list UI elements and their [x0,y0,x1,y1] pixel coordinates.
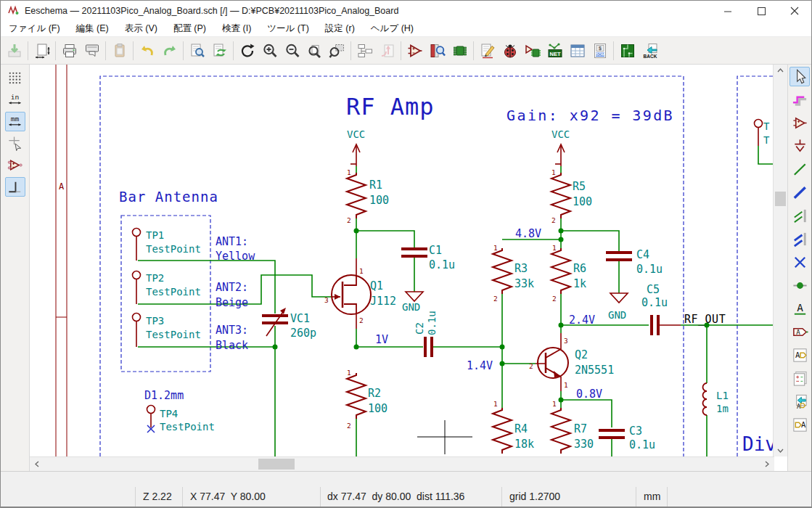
print-button[interactable] [58,39,81,62]
scroll-left-arrow[interactable] [31,458,43,470]
schematic-canvas[interactable]: A [30,65,774,456]
vertical-scrollbar[interactable] [773,65,787,456]
gnd-symbol-2[interactable] [610,293,628,303]
scroll-up-arrow[interactable] [774,65,786,76]
footprint-editor-button[interactable] [448,39,471,62]
import-sheet-pin-button[interactable]: A [790,392,810,411]
vertical-scroll-thumb[interactable] [775,192,786,206]
global-label-button[interactable]: A [790,322,810,342]
scroll-right-arrow[interactable] [761,458,773,470]
find-button[interactable] [186,39,208,62]
print-icon [61,42,78,60]
place-wire-button[interactable] [790,160,810,179]
select-tool-button[interactable] [790,67,810,86]
resistor-r2[interactable] [347,373,366,419]
vcc-symbol-1[interactable] [350,144,360,166]
svg-text:1: 1 [493,400,498,408]
leave-sheet-button[interactable] [376,39,398,62]
vcc-symbol-2[interactable] [555,144,565,166]
horizontal-scroll-thumb[interactable] [258,459,295,470]
menu-help[interactable]: ヘルプ (H) [363,21,422,36]
bus-to-bus-entry-button[interactable] [790,229,810,249]
place-junction-button[interactable] [790,276,810,295]
sheet-pin-button[interactable]: A [790,415,810,435]
inductor-l1[interactable] [703,383,707,415]
resistor-r1[interactable] [347,173,366,218]
units-inches-button[interactable]: in [5,90,25,110]
q2-value: 2N5551 [575,364,614,377]
place-symbol-button[interactable] [790,113,810,133]
hierarchical-sheet-button[interactable] [790,369,810,388]
scroll-down-arrow[interactable] [774,445,786,456]
undo-button[interactable] [136,39,158,62]
zoom-out-button[interactable] [281,39,303,62]
net-label-button[interactable]: A [790,299,810,319]
testpoint-tp4[interactable] [147,406,155,414]
symbol-editor-button[interactable] [403,39,426,62]
netlist-button[interactable]: NET [544,39,566,62]
zoom-in-button[interactable] [258,39,281,62]
hierarchical-label-button[interactable]: A [790,345,810,365]
edit-fields-button[interactable] [566,39,589,62]
menu-inspect[interactable]: 検査 (I) [214,21,259,36]
minimize-button[interactable] [711,1,745,21]
close-button[interactable] [778,1,811,21]
capacitor-c4[interactable] [606,251,632,261]
menu-file[interactable]: ファイル (F) [1,21,68,36]
back-import-button[interactable]: BACK [639,39,661,62]
menu-tools[interactable]: ツール (T) [259,21,317,36]
hv-wire-mode-button[interactable] [5,177,25,197]
menu-preferences[interactable]: 設定 (r) [317,21,363,36]
menu-view[interactable]: 表示 (V) [117,21,165,36]
resistor-r4[interactable] [493,408,512,454]
capacitor-c5[interactable] [650,315,660,335]
units-mm-button[interactable]: mm [5,112,25,131]
page-settings-button[interactable] [30,39,53,62]
grid-toggle-button[interactable] [5,68,25,88]
place-power-port-button[interactable] [790,136,810,156]
paste-button[interactable] [108,39,131,62]
refresh-button[interactable] [236,39,258,62]
svg-text:3: 3 [324,296,329,304]
no-connect-button[interactable] [790,253,810,272]
redo-button[interactable] [158,39,181,62]
erc-button[interactable] [499,39,521,62]
resistor-r3[interactable] [493,248,512,294]
horizontal-scrollbar[interactable] [30,456,774,471]
resistor-r6[interactable] [551,248,570,294]
r7-value: 330 [574,438,594,451]
resistor-r7[interactable] [551,408,570,454]
resistor-r5[interactable] [551,173,570,218]
zoom-fit-button[interactable] [303,39,326,62]
zoom-selection-button[interactable] [326,39,348,62]
capacitor-c1[interactable] [401,247,427,258]
plot-button[interactable] [81,39,103,62]
testpoint-tp2[interactable] [133,271,141,279]
testpoint-tp1[interactable] [133,229,141,237]
capacitor-c2[interactable] [424,337,433,357]
annotate-button[interactable] [476,39,499,62]
assign-footprints-button[interactable] [521,39,544,62]
pcbnew-button[interactable] [616,39,639,62]
bar-antenna-title: Bar Antenna [119,189,218,205]
capacitor-c3[interactable] [599,429,625,439]
menu-place[interactable]: 配置 (P) [165,21,214,36]
find-replace-button[interactable] [208,39,231,62]
hidden-pins-button[interactable] [5,155,25,175]
menu-edit[interactable]: 編集 (E) [68,21,117,36]
cursor-shape-button[interactable] [5,134,25,153]
place-bus-button[interactable] [790,183,810,202]
maximize-button[interactable] [745,1,778,21]
testpoint-tp3[interactable] [133,314,141,321]
transistor-q1[interactable] [331,275,371,314]
gnd-symbol-1[interactable] [406,292,423,301]
save-button[interactable] [3,39,25,62]
symbol-library-browser-button[interactable] [426,39,448,62]
eeschema-window: Eeschema — 20211103Pico_Analog_Board.sch… [0,0,812,508]
bom-button[interactable]: $BOM [589,39,611,62]
testpoint-tp5[interactable] [755,120,763,128]
wire-to-bus-entry-button[interactable] [790,206,810,226]
hierarchy-navigator-button[interactable] [353,39,376,62]
highlight-net-button[interactable] [790,90,810,110]
transistor-q2[interactable] [538,348,568,378]
